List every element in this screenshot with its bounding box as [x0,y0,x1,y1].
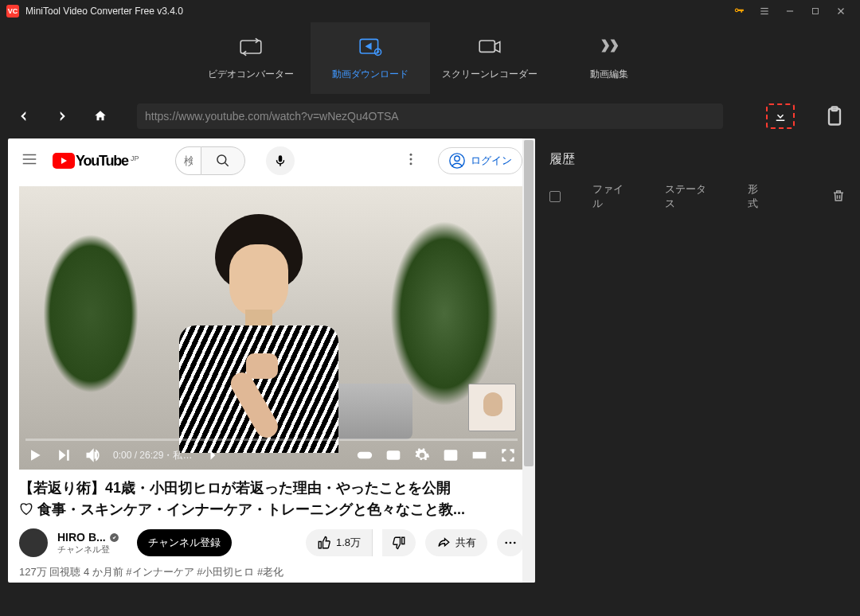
tab-video-converter[interactable]: ビデオコンバーター [191,22,311,94]
svg-line-17 [225,163,229,166]
tab-label: ビデオコンバーター [208,68,294,81]
close-icon[interactable] [828,0,854,22]
svg-point-24 [359,454,363,458]
download-button[interactable] [766,103,795,129]
scrollbar[interactable] [522,138,535,583]
miniplayer-icon[interactable] [443,447,459,463]
video-meta: HIRO B... チャンネル登 チャンネル登録 1.8万 共有 [19,528,524,557]
dislike-button[interactable] [382,529,416,556]
svg-rect-4 [813,9,819,14]
volume-icon[interactable] [84,447,100,463]
svg-point-32 [505,542,507,544]
col-file: ファイル [592,182,633,211]
next-icon[interactable] [56,447,72,463]
video-player[interactable]: 0:00 / 26:29・私… [19,186,524,470]
chevron-right-icon[interactable] [205,447,221,463]
maximize-icon[interactable] [803,0,828,22]
youtube-search [175,146,245,175]
video-thumbnail [19,186,524,470]
tab-video-edit[interactable]: 動画編集 [549,22,669,94]
app-title: MiniTool Video Converter Free v3.4.0 [25,6,183,17]
svg-point-34 [514,542,516,544]
titlebar: VC MiniTool Video Converter Free v3.4.0 [0,0,860,22]
search-button[interactable] [201,146,245,175]
mic-icon[interactable] [266,146,295,175]
tab-screen-recorder[interactable]: スクリーンレコーダー [430,22,549,94]
browser-nav [0,94,860,138]
svg-rect-10 [479,41,494,52]
channel-name[interactable]: HIRO B... [57,531,119,544]
home-icon[interactable] [91,107,110,126]
ellipsis-icon [503,536,518,550]
minimize-icon[interactable] [777,0,803,22]
svg-point-19 [410,158,412,161]
svg-rect-30 [474,453,486,458]
scroll-thumb[interactable] [524,140,534,466]
main-tabs: ビデオコンバーター 動画ダウンロード スクリーンレコーダー 動画編集 [0,22,860,94]
video-views: 127万 回視聴 4 か月前 #インナーケア #小田切ヒロ #老化 [19,565,524,579]
history-panel: 履歴 ファイル ステータス 形式 [535,138,860,616]
tab-label: 動画ダウンロード [332,68,408,81]
subscribe-button[interactable]: チャンネル登録 [137,529,232,556]
back-icon[interactable] [14,107,33,126]
player-controls: 0:00 / 26:29・私… [19,441,524,470]
youtube-region: JP [131,154,139,162]
login-label: ログイン [471,154,512,168]
tab-label: スクリーンレコーダー [442,68,538,81]
thumbs-up-icon [317,536,331,550]
clipboard-icon[interactable] [823,105,846,127]
svg-rect-29 [451,455,455,458]
tab-label: 動画編集 [590,68,628,81]
url-input[interactable] [137,103,723,129]
share-button[interactable]: 共有 [425,529,487,556]
player-time: 0:00 / 26:29・私… [113,449,192,462]
video-title: 【若返り術】41歳・小田切ヒロが若返った理由・やったことを公開 ♡ 食事・スキン… [19,478,524,520]
delete-icon[interactable] [831,189,846,205]
search-input[interactable] [175,146,201,175]
svg-point-33 [510,542,512,544]
settings-icon[interactable] [414,447,430,463]
col-status: ステータス [665,182,716,211]
verified-icon [109,532,119,543]
user-icon [448,152,466,170]
login-button[interactable]: ログイン [438,147,522,174]
youtube-header: YouTube JP ログイン [8,138,535,183]
edit-icon [596,36,622,58]
svg-rect-25 [388,451,400,459]
picture-in-picture-icon [468,384,516,431]
autoplay-toggle-icon[interactable] [357,447,373,463]
tab-video-download[interactable]: 動画ダウンロード [311,22,430,94]
play-icon[interactable] [27,447,43,463]
thumbs-down-icon [392,536,406,550]
fullscreen-icon[interactable] [500,447,516,463]
share-icon [436,536,451,550]
channel-sub: チャンネル登 [57,544,119,555]
theater-icon[interactable] [471,447,487,463]
history-title: 履歴 [549,151,846,168]
more-icon[interactable] [397,151,425,170]
recorder-icon [477,36,502,58]
forward-icon[interactable] [53,107,72,126]
app-icon: VC [6,5,19,18]
svg-rect-7 [240,41,261,53]
history-header: ファイル ステータス 形式 [549,182,846,211]
svg-point-18 [410,154,412,156]
youtube-text: YouTube [76,153,128,170]
embedded-browser: YouTube JP ログイン [8,138,535,583]
svg-point-22 [455,156,459,161]
col-format: 形式 [748,182,768,211]
select-all-checkbox[interactable] [549,191,561,202]
menu-icon[interactable] [752,0,777,22]
svg-point-20 [410,162,412,165]
download-tab-icon [358,36,383,58]
youtube-play-icon [53,153,75,169]
captions-icon[interactable] [385,447,401,463]
channel-avatar[interactable] [19,528,48,557]
upgrade-key-icon[interactable] [726,0,752,22]
youtube-logo[interactable]: YouTube JP [53,153,139,170]
converter-icon [238,36,264,58]
like-button[interactable]: 1.8万 [306,529,373,556]
hamburger-icon[interactable] [21,150,40,171]
more-actions-button[interactable] [497,529,524,556]
svg-point-16 [217,155,226,164]
